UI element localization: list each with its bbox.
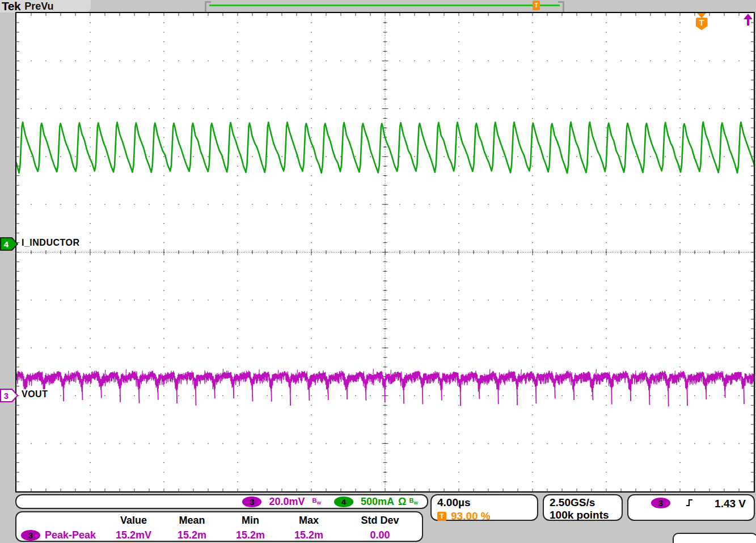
channel3-scale: 20.0mV bbox=[269, 496, 305, 508]
channel4-bandwidth-icon: BW bbox=[409, 497, 418, 506]
record-view-waveform-bar bbox=[209, 5, 560, 6]
record-view-trigger-position-icon[interactable]: T bbox=[533, 1, 540, 10]
measurement-mean: 15.2m bbox=[163, 528, 221, 542]
timebase-readout: 4.00µs bbox=[437, 496, 537, 509]
trigger-level-offscreen-arrow-icon bbox=[743, 14, 753, 26]
acquisition-mode-label: PreVu bbox=[24, 1, 53, 12]
rising-edge-icon bbox=[685, 498, 694, 507]
trigger-point-flag[interactable]: T bbox=[695, 13, 708, 30]
acquisition-readout: 2.50GS/s 100k points bbox=[543, 494, 623, 521]
measurement-corner-cell bbox=[16, 513, 104, 528]
vertical-scale-readout: 3 20.0mV BW 4 500mA Ω BW bbox=[15, 494, 428, 509]
channel3-marker-number: 3 bbox=[4, 391, 9, 401]
measurement-source-badge[interactable]: 3 bbox=[21, 530, 40, 541]
channel4-impedance-icon: Ω bbox=[398, 496, 406, 508]
measurement-header-min: Min bbox=[221, 513, 280, 528]
sample-rate-readout: 2.50GS/s bbox=[550, 496, 622, 509]
measurement-header-value: Value bbox=[104, 513, 163, 528]
channel4-marker-number: 4 bbox=[4, 239, 9, 249]
channel3-bandwidth-icon: BW bbox=[312, 497, 321, 506]
record-length-readout: 100k points bbox=[550, 509, 622, 521]
waveform-display bbox=[16, 13, 754, 491]
graticule bbox=[15, 12, 755, 493]
measurement-stddev: 0.00 bbox=[338, 528, 422, 542]
trigger-position-icon: T bbox=[437, 512, 446, 521]
measurement-table: Value Mean Min Max Std Dev 3 Peak-Peak 1… bbox=[15, 511, 423, 542]
channel4-scale: 500mA bbox=[361, 496, 394, 508]
measurement-header-stddev: Std Dev bbox=[338, 513, 422, 528]
measurement-header-mean: Mean bbox=[163, 513, 221, 528]
tek-logo: Tek bbox=[2, 0, 20, 13]
measurement-row-label: 3 Peak-Peak bbox=[16, 528, 104, 542]
channel3-ground-marker[interactable]: 3 bbox=[0, 388, 19, 403]
oscilloscope-screen: { "header": { "brand": "Tek", "mode": "P… bbox=[0, 0, 756, 543]
channel4-waveform-label: I_INDUCTOR bbox=[20, 238, 81, 248]
measurement-min: 15.2m bbox=[221, 528, 280, 542]
channel3-badge[interactable]: 3 bbox=[242, 496, 261, 507]
trigger-source-badge[interactable]: 3 bbox=[651, 498, 670, 508]
channel4-badge[interactable]: 4 bbox=[334, 496, 353, 507]
trigger-position-readout: 93.00 % bbox=[451, 510, 491, 523]
arrow-head bbox=[744, 14, 753, 19]
measurement-max: 15.2m bbox=[280, 528, 338, 542]
measurement-header-max: Max bbox=[280, 513, 338, 528]
trigger-point-arrow-icon bbox=[697, 13, 706, 18]
channel4-ground-marker[interactable]: 4 bbox=[0, 237, 19, 251]
arrow-stem bbox=[747, 19, 749, 26]
measurement-value: 15.2mV bbox=[104, 528, 163, 542]
trigger-readout: 3 1.43 V bbox=[627, 494, 755, 521]
measurement-name: Peak-Peak bbox=[45, 529, 96, 541]
trigger-flag-icon: T bbox=[696, 18, 708, 30]
datetime-box bbox=[673, 533, 756, 543]
channel3-waveform-label: VOUT bbox=[20, 389, 49, 399]
logo-area: Tek PreVu bbox=[0, 0, 91, 12]
horizontal-readout: 4.00µs T 93.00 % bbox=[430, 494, 538, 521]
trigger-level-readout: 1.43 V bbox=[715, 498, 746, 510]
